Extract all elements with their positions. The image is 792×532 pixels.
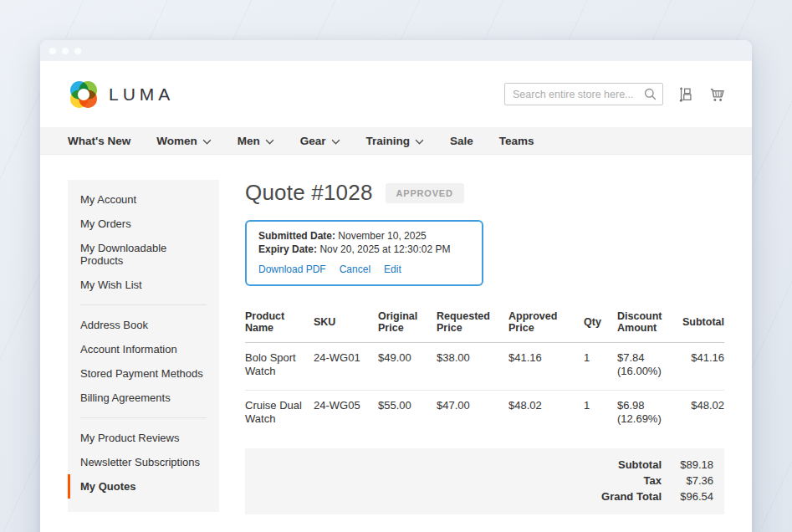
table-row: Bolo Sport Watch24-WG01$49.00$38.00$41.1… [245,343,724,391]
nav-item-label: Men [238,135,260,147]
cell-product-name: Bolo Sport Watch [245,343,314,391]
sidebar-item-my-account[interactable]: My Account [68,187,219,212]
quote-items-table: Product NameSKUOriginal PriceRequested P… [245,305,724,437]
quote-link-cancel[interactable]: Cancel [340,263,370,275]
cell-original-price: $49.00 [378,343,437,391]
sidebar-item-billing-agreements[interactable]: Billing Agreements [68,386,219,410]
total-value: $96.54 [662,489,713,504]
cell-qty: 1 [584,391,617,438]
column-header: Approved Price [508,305,584,343]
sidebar-item-newsletter-subscriptions[interactable]: Newsletter Subscriptions [68,450,219,474]
chevron-down-icon [331,135,340,147]
window-dot [49,48,56,54]
cell-requested-price: $47.00 [437,391,508,438]
browser-window: LUMA [40,40,752,532]
cell-subtotal: $48.02 [682,391,724,438]
window-titlebar[interactable] [40,40,752,61]
cell-discount-amount: $7.84(16.00%) [617,343,682,391]
status-badge: APPROVED [386,183,464,203]
quote-detail: Quote #1028 APPROVED Submitted Date: Nov… [245,180,724,532]
nav-item-label: Women [156,135,197,147]
search-icon[interactable] [643,87,657,105]
cell-sku: 24-WG05 [314,391,378,438]
sidebar-divider [80,417,207,418]
chevron-down-icon [202,135,212,147]
table-row: Cruise Dual Watch24-WG05$55.00$47.00$48.… [245,391,724,438]
cell-discount-amount: $6.98(12.69%) [617,391,682,438]
quote-link-edit[interactable]: Edit [384,263,401,275]
nav-item-label: Gear [300,135,326,147]
nav-item-training[interactable]: Training [366,135,425,147]
column-header: Product Name [245,305,314,343]
main-nav: What's NewWomenMenGearTrainingSaleTeams [40,127,752,155]
sidebar-item-address-book[interactable]: Address Book [68,313,219,337]
column-header: Requested Price [437,305,508,343]
luma-logo[interactable]: LUMA [68,79,174,110]
account-page: My AccountMy OrdersMy Downloadable Produ… [40,155,752,532]
submitted-date-value: November 10, 2025 [338,230,426,242]
expiry-date-label: Expiry Date: [258,243,317,255]
sidebar-item-my-downloadable-products[interactable]: My Downloadable Products [68,236,219,273]
search-input[interactable] [504,83,663,105]
nav-item-teams[interactable]: Teams [499,135,534,147]
discount-percent: (12.69%) [617,412,677,426]
sidebar-item-my-wish-list[interactable]: My Wish List [68,273,219,297]
total-value: $7.36 [662,473,713,489]
sidebar-item-my-product-reviews[interactable]: My Product Reviews [68,426,219,450]
nav-item-women[interactable]: Women [156,135,212,147]
logo-text: LUMA [109,84,174,105]
discount-amount: $7.84 [617,351,677,365]
total-row-tax: Tax$7.36 [256,473,713,489]
nav-item-gear[interactable]: Gear [300,135,340,147]
sidebar-item-my-orders[interactable]: My Orders [68,212,219,236]
quote-totals: Subtotal$89.18Tax$7.36Grand Total$96.54 [245,448,724,514]
sidebar-item-account-information[interactable]: Account Information [68,337,219,361]
total-label: Subtotal [618,457,662,473]
search-box [504,83,663,105]
cell-subtotal: $41.16 [682,343,724,391]
total-label: Tax [644,473,662,489]
cell-sku: 24-WG01 [314,343,378,391]
page-title: Quote #1028 [245,180,373,206]
expiry-date: Expiry Date: Nov 20, 2025 at 12:30:02 PM [258,243,470,256]
cart-icon[interactable] [708,85,726,104]
sidebar-item-stored-payment-methods[interactable]: Stored Payment Methods [68,361,219,386]
sidebar-divider [80,304,207,305]
submitted-date-label: Submitted Date: [258,230,335,242]
expiry-date-value: Nov 20, 2025 at 12:30:02 PM [319,243,450,255]
total-row-grand-total: Grand Total$96.54 [256,489,713,504]
nav-item-label: What's New [68,135,130,147]
nav-item-label: Training [366,135,411,147]
luma-logo-icon [68,79,100,110]
column-header: Original Price [378,305,437,343]
submitted-date: Submitted Date: November 10, 2025 [258,229,470,243]
chevron-down-icon [265,135,274,147]
discount-amount: $6.98 [617,399,677,412]
hand-truck-icon[interactable] [677,85,694,104]
window-dot [74,48,81,54]
total-label: Grand Total [601,489,662,504]
quote-actions-links: Download PDFCancelEdit [258,263,470,275]
column-header: Discount Amount [617,305,682,343]
cell-approved-price: $41.16 [508,343,584,391]
cell-original-price: $55.00 [378,391,437,438]
column-header: Subtotal [682,305,724,343]
nav-item-label: Sale [450,135,473,147]
cell-product-name: Cruise Dual Watch [245,391,314,438]
quote-link-download-pdf[interactable]: Download PDF [258,263,326,275]
window-dot [62,48,69,54]
nav-item-what-s-new[interactable]: What's New [68,135,130,147]
nav-item-men[interactable]: Men [238,135,274,147]
nav-item-label: Teams [499,135,534,147]
total-row-subtotal: Subtotal$89.18 [256,457,713,473]
nav-item-sale[interactable]: Sale [450,135,473,147]
column-header: Qty [584,305,617,343]
account-sidebar: My AccountMy OrdersMy Downloadable Produ… [68,180,219,512]
discount-percent: (16.00%) [617,365,677,378]
column-header: SKU [314,305,378,343]
cell-requested-price: $38.00 [437,343,508,391]
sidebar-item-my-quotes[interactable]: My Quotes [68,474,219,499]
total-value: $89.18 [662,457,713,473]
cell-approved-price: $48.02 [508,391,584,438]
store-header: LUMA [40,61,752,127]
